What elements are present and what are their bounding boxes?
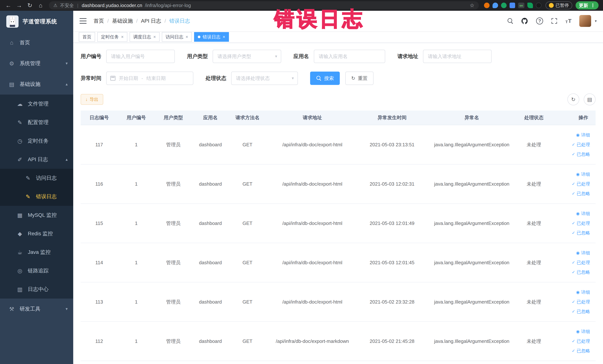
- tab-error-log[interactable]: 错误日志 ×: [194, 32, 229, 42]
- bunny-svg: [7, 16, 18, 27]
- tab-home[interactable]: 首页: [79, 32, 95, 42]
- tab-scheduled-tasks[interactable]: 定时任务 ×: [97, 32, 127, 42]
- method-cell: GET: [229, 164, 266, 204]
- extension-green-icon[interactable]: [501, 3, 507, 8]
- trace-icon: ◎: [16, 268, 23, 274]
- github-icon[interactable]: [521, 17, 528, 25]
- col-user-type: 用户类型: [155, 110, 192, 125]
- browser-update-button[interactable]: 更新 ⋮: [576, 1, 599, 10]
- detail-link[interactable]: ◉详细: [550, 327, 590, 336]
- sidebar-item-log-center[interactable]: ▥ 日志中心: [0, 280, 73, 299]
- help-icon[interactable]: ?: [536, 17, 543, 24]
- sidebar-item-dev-tools[interactable]: ⚒ 研发工具 ▾: [0, 299, 73, 319]
- bookmark-star-icon[interactable]: ☆: [470, 2, 474, 9]
- method-cell: GET: [229, 322, 266, 361]
- processed-link[interactable]: ✓已处理: [550, 140, 590, 150]
- tab-label: 调度日志: [133, 34, 151, 40]
- detail-link[interactable]: ◉详细: [550, 209, 590, 218]
- eye-icon: ◉: [576, 248, 580, 258]
- processed-link[interactable]: ✓已处理: [550, 258, 590, 267]
- sidebar-item-file-management[interactable]: ☁ 文件管理: [0, 94, 73, 113]
- ignored-link[interactable]: ✓已忽略: [550, 267, 590, 277]
- browser-back-button[interactable]: ←: [3, 1, 13, 10]
- sidebar-item-system-management[interactable]: ⚙ 系统管理 ▾: [0, 53, 73, 74]
- devtools-icon: ⚒: [8, 306, 15, 312]
- reset-button[interactable]: ↻ 重置: [345, 71, 373, 85]
- sidebar-item-mysql-monitor[interactable]: ▦ MySQL 监控: [0, 206, 73, 224]
- avatar-caret-down-icon[interactable]: ▾: [595, 19, 597, 23]
- processed-link[interactable]: ✓已处理: [550, 218, 590, 228]
- extension-blue-drop-icon[interactable]: [493, 3, 498, 8]
- col-time: 异常发生时间: [359, 110, 425, 125]
- col-exception: 异常名: [425, 110, 518, 125]
- tab-access-log[interactable]: 访问日志 ×: [162, 32, 192, 42]
- detail-link[interactable]: ◉详细: [550, 169, 590, 179]
- exception-time-range-picker[interactable]: 开始日期 - 结束日期: [106, 71, 193, 85]
- breadcrumb-home[interactable]: 首页: [94, 17, 104, 24]
- extension-on-badge-icon[interactable]: on: [518, 3, 524, 8]
- sidebar-item-label: 定时任务: [28, 137, 48, 144]
- font-size-icon[interactable]: TT: [565, 18, 571, 24]
- sidebar-item-access-log[interactable]: ✎ 访问日志: [0, 169, 73, 187]
- browser-home-button[interactable]: ⌂: [35, 1, 46, 10]
- processed-link[interactable]: ✓已处理: [550, 336, 590, 346]
- ignored-link[interactable]: ✓已忽略: [550, 150, 590, 159]
- breadcrumb-infrastructure[interactable]: 基础设施: [112, 17, 133, 24]
- sidebar-item-redis-monitor[interactable]: ◆ Redis 监控: [0, 224, 73, 243]
- operations-cell: ◉详细 ✓已处理 ✓已忽略: [550, 125, 596, 164]
- detail-link[interactable]: ◉详细: [550, 130, 590, 140]
- browser-forward-button[interactable]: →: [14, 1, 24, 10]
- sidebar-item-trace[interactable]: ◎ 链路追踪: [0, 261, 73, 280]
- detail-link[interactable]: ◉详细: [550, 287, 590, 297]
- processed-link[interactable]: ✓已处理: [550, 179, 590, 189]
- exception-cell: java.lang.IllegalArgumentException: [425, 282, 518, 322]
- sidebar-item-infrastructure[interactable]: ▤ 基础设施 ▴: [0, 74, 73, 94]
- filter-buttons: 搜索: [310, 71, 340, 85]
- browser-reload-button[interactable]: ↻: [25, 1, 35, 10]
- app-name-input[interactable]: [314, 50, 385, 63]
- tab-dispatch-log[interactable]: 调度日志 ×: [129, 32, 160, 42]
- sidebar-item-api-log[interactable]: ✐ API 日志 ▴: [0, 150, 73, 169]
- close-icon[interactable]: ×: [186, 34, 188, 39]
- log-id-cell: 116: [81, 164, 118, 204]
- close-icon[interactable]: ×: [223, 34, 225, 39]
- sidebar-item-home[interactable]: ⌂ 首页: [0, 32, 73, 53]
- app-logo[interactable]: 芋道管理系统: [0, 11, 73, 32]
- sidebar-item-label: Java 监控: [28, 249, 51, 256]
- processed-link[interactable]: ✓已处理: [550, 297, 590, 307]
- refresh-table-button[interactable]: ↻: [568, 94, 579, 105]
- request-url-input[interactable]: [423, 50, 492, 63]
- extension-orange-icon[interactable]: [484, 3, 489, 8]
- sidebar-item-config-management[interactable]: ✎ 配置管理: [0, 113, 73, 132]
- extension-sprout-icon[interactable]: [527, 3, 533, 8]
- column-settings-button[interactable]: ▤: [584, 94, 596, 105]
- address-bar[interactable]: ⚠ 不安全 | dashboard.yudao.iocoder.cn/infra…: [49, 1, 479, 10]
- user-type-select[interactable]: 请选择用户类型 ▾: [213, 50, 281, 63]
- browser-menu-icon[interactable]: ⋮: [590, 3, 595, 8]
- java-icon: ☕: [16, 249, 23, 256]
- process-status-select[interactable]: 请选择处理状态 ▾: [231, 71, 298, 85]
- ignored-link[interactable]: ✓已忽略: [550, 189, 590, 199]
- extension-paw-icon[interactable]: [536, 3, 542, 8]
- search-icon[interactable]: [508, 18, 513, 24]
- sidebar-item-java-monitor[interactable]: ☕ Java 监控: [0, 243, 73, 261]
- extension-blue-grid-icon[interactable]: [510, 3, 515, 8]
- sidebar-toggle-icon[interactable]: [80, 18, 87, 24]
- breadcrumb-api-log[interactable]: API 日志: [141, 17, 161, 24]
- fullscreen-icon[interactable]: [551, 18, 557, 24]
- ignored-link[interactable]: ✓已忽略: [550, 307, 590, 316]
- detail-link[interactable]: ◉详细: [550, 248, 590, 258]
- sidebar-item-error-log[interactable]: ✎ 错误日志: [0, 187, 73, 206]
- time-cell: 2021-05-03 12:01:45: [359, 243, 425, 282]
- search-button[interactable]: 搜索: [310, 71, 340, 85]
- close-icon[interactable]: ×: [153, 34, 156, 39]
- ignored-link[interactable]: ✓已忽略: [550, 346, 590, 356]
- ignored-link[interactable]: ✓已忽略: [550, 228, 590, 238]
- user-avatar[interactable]: [579, 15, 591, 27]
- paused-badge[interactable]: 已暂停: [545, 1, 572, 9]
- export-button[interactable]: ↓ 导出: [81, 94, 103, 105]
- sidebar-item-scheduled-tasks[interactable]: ◷ 定时任务: [0, 132, 73, 150]
- close-icon[interactable]: ×: [121, 34, 124, 39]
- exception-cell: java.lang.IllegalArgumentException: [425, 243, 518, 282]
- user-id-input[interactable]: [106, 50, 175, 63]
